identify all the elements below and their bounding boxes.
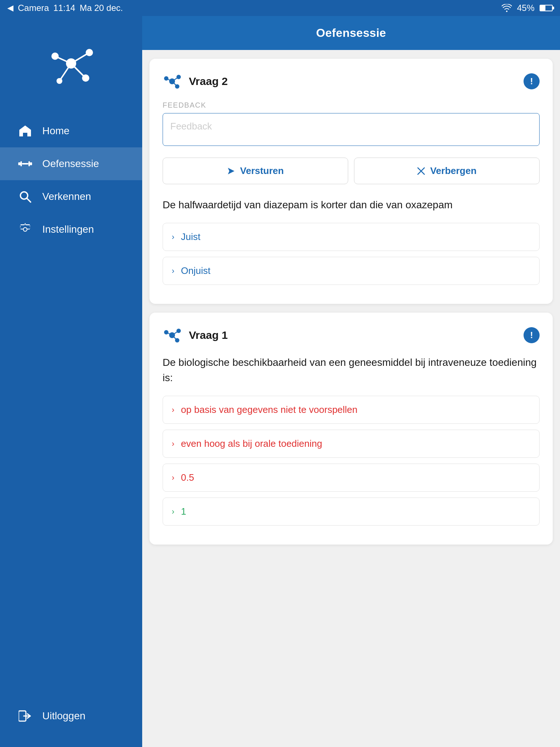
card-2-title: Vraag 2: [189, 75, 228, 88]
svg-rect-12: [28, 161, 30, 166]
home-icon: [18, 124, 32, 138]
answer-option-1-label: op basis van gegevens niet te voorspelle…: [181, 404, 357, 415]
hide-label: Verbergen: [430, 165, 477, 177]
chevron-right-icon-6: ›: [172, 507, 174, 516]
sidebar-item-verkennen[interactable]: Verkennen: [0, 180, 142, 213]
question-card-2: Vraag 2 ! FEEDBACK Versturen: [149, 59, 553, 304]
dumbbell-icon: [18, 157, 32, 171]
svg-marker-27: [228, 168, 234, 174]
question-node-icon-2: [163, 326, 182, 345]
svg-rect-9: [18, 162, 20, 165]
wifi-icon: [502, 4, 512, 12]
date-label: Ma 20 dec.: [79, 3, 123, 13]
app-logo: [42, 34, 100, 93]
send-icon: [227, 167, 235, 175]
card-1-title: Vraag 1: [189, 329, 228, 341]
card-1-header: Vraag 1 !: [163, 326, 540, 345]
answer-option-juist[interactable]: › Juist: [163, 223, 540, 251]
sidebar-item-instellingen-label: Instellingen: [42, 224, 94, 235]
chevron-right-icon: ›: [172, 232, 174, 242]
feedback-label: FEEDBACK: [163, 101, 540, 109]
card-2-alert-icon[interactable]: !: [524, 73, 540, 89]
card-2-header: Vraag 2 !: [163, 72, 540, 91]
close-icon: [417, 167, 425, 175]
sidebar-item-home[interactable]: Home: [0, 115, 142, 147]
sidebar-item-oefensessie[interactable]: Oefensessie: [0, 147, 142, 180]
answer-option-onjuist[interactable]: › Onjuist: [163, 257, 540, 285]
sidebar: Home Oefensessie: [0, 0, 142, 747]
svg-rect-13: [30, 162, 32, 165]
main-header: Oefensessie: [142, 16, 560, 50]
answer-option-onjuist-label: Onjuist: [181, 265, 210, 276]
svg-line-15: [27, 198, 31, 202]
search-icon: [18, 190, 32, 204]
card-2-header-left: Vraag 2: [163, 72, 228, 91]
sidebar-item-verkennen-label: Verkennen: [42, 191, 91, 202]
carrier-label: Camera: [18, 3, 49, 13]
feedback-buttons: Versturen Verbergen: [163, 158, 540, 184]
answer-option-3[interactable]: › 0.5: [163, 464, 540, 492]
card-1-header-left: Vraag 1: [163, 326, 228, 345]
chevron-right-icon-5: ›: [172, 473, 174, 483]
card-2-question-text: De halfwaardetijd van diazepam is korter…: [163, 197, 540, 213]
svg-line-7: [71, 63, 86, 78]
card-1-alert-icon[interactable]: !: [524, 327, 540, 343]
sidebar-item-oefensessie-label: Oefensessie: [42, 158, 99, 170]
answer-option-4[interactable]: › 1: [163, 498, 540, 526]
sidebar-logo: [0, 16, 142, 115]
sidebar-nav: Home Oefensessie: [0, 115, 142, 700]
logout-label: Uitloggen: [42, 710, 85, 722]
status-bar-right: 45%: [502, 3, 553, 13]
sidebar-logout[interactable]: Uitloggen: [0, 700, 142, 732]
chevron-right-icon-2: ›: [172, 266, 174, 276]
logout-icon: [18, 709, 32, 723]
feedback-section: FEEDBACK: [163, 101, 540, 147]
sidebar-item-instellingen[interactable]: Instellingen: [0, 213, 142, 246]
main-header-title: Oefensessie: [142, 26, 560, 40]
main-content-area: Oefensessie Vraag 2 !: [142, 0, 560, 747]
question-card-1: Vraag 1 ! De biologische beschikbaarheid…: [149, 313, 553, 545]
settings-icon: [18, 222, 32, 236]
answer-option-1[interactable]: › op basis van gegevens niet te voorspel…: [163, 396, 540, 424]
back-arrow: ◀: [7, 3, 13, 13]
time-label: 11:14: [53, 3, 75, 13]
svg-point-17: [24, 228, 27, 231]
svg-line-5: [71, 53, 89, 63]
answer-option-4-label: 1: [181, 506, 186, 517]
status-bar-left: ◀ Camera 11:14 Ma 20 dec.: [7, 3, 123, 13]
battery-icon: [540, 5, 553, 11]
status-bar: ◀ Camera 11:14 Ma 20 dec. 45%: [0, 0, 560, 16]
answer-option-juist-label: Juist: [181, 231, 200, 243]
svg-rect-11: [22, 163, 28, 165]
answer-option-2-label: even hoog als bij orale toediening: [181, 438, 322, 449]
sidebar-item-home-label: Home: [42, 125, 70, 137]
answer-option-3-label: 0.5: [181, 472, 194, 483]
card-1-question-text: De biologische beschikbaarheid van een g…: [163, 355, 540, 386]
send-feedback-button[interactable]: Versturen: [163, 158, 348, 184]
svg-line-8: [59, 63, 71, 81]
hide-feedback-button[interactable]: Verbergen: [354, 158, 540, 184]
send-label: Versturen: [240, 165, 284, 177]
feedback-input[interactable]: [163, 113, 540, 146]
battery-percent: 45%: [517, 3, 534, 13]
question-node-icon: [163, 72, 182, 91]
svg-rect-10: [20, 161, 22, 166]
main-scroll-area[interactable]: Vraag 2 ! FEEDBACK Versturen: [142, 50, 560, 747]
answer-option-2[interactable]: › even hoog als bij orale toediening: [163, 430, 540, 458]
chevron-right-icon-3: ›: [172, 405, 174, 415]
chevron-right-icon-4: ›: [172, 439, 174, 449]
